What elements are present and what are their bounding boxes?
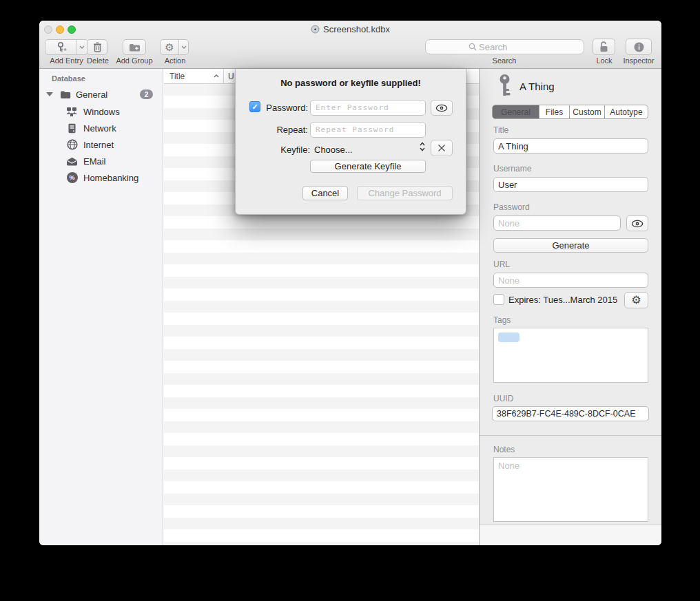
enter-password-input[interactable] — [310, 100, 426, 116]
chevron-down-icon — [181, 45, 187, 49]
add-entry-button[interactable] — [45, 39, 88, 55]
group-sidebar: Database General 2 — [39, 69, 163, 545]
percent-icon: % — [66, 172, 78, 184]
search-field[interactable] — [425, 39, 584, 54]
tag-pill[interactable] — [498, 333, 519, 342]
sidebar-item-windows[interactable]: Windows — [39, 103, 163, 120]
password-label: Password — [493, 202, 530, 212]
eye-icon — [435, 104, 448, 112]
expires-settings-button[interactable]: ⚙ — [624, 292, 648, 308]
inspector-button[interactable] — [626, 39, 652, 55]
cancel-button[interactable]: Cancel — [302, 186, 348, 200]
server-icon — [66, 123, 78, 134]
titlebar-toolbar: Screenshot.kdbx — [39, 21, 661, 69]
url-label: URL — [493, 260, 510, 269]
sidebar-item-email[interactable]: EMail — [39, 153, 163, 169]
column-header-title[interactable]: Title — [164, 69, 224, 83]
sidebar-header: Database — [52, 74, 85, 83]
lock-label: Lock — [590, 56, 618, 65]
inspector-footer — [480, 525, 661, 545]
generate-keyfile-button[interactable]: Generate Keyfile — [310, 160, 426, 173]
sidebar-item-internet[interactable]: Internet — [39, 136, 163, 153]
tab-general[interactable]: General — [493, 105, 539, 118]
globe-icon — [66, 139, 78, 151]
folder-icon — [59, 89, 71, 101]
expires-checkbox[interactable] — [493, 294, 504, 305]
change-password-dialog: No password or keyfile supplied! ✓ Passw… — [235, 69, 466, 215]
change-password-button[interactable]: Change Password — [357, 186, 453, 200]
sort-ascending-icon — [214, 74, 219, 78]
keyfile-label: Keyfile: — [263, 145, 310, 155]
password-label: Password: — [261, 103, 308, 113]
folder-plus-icon — [129, 43, 141, 52]
keyfile-popup[interactable]: Choose... — [314, 145, 353, 155]
entry-count-badge: 2 — [140, 89, 153, 99]
title-label: Title — [493, 125, 508, 135]
screen: Screenshot.kdbx — [0, 0, 700, 601]
unlock-icon — [599, 41, 608, 52]
eye-icon — [631, 220, 644, 228]
windows-network-icon — [66, 106, 78, 118]
generate-password-button[interactable]: Generate — [493, 238, 648, 253]
inspector-label: Inspector — [618, 56, 659, 65]
uuid-field — [492, 406, 649, 421]
chevron-down-icon — [79, 45, 85, 49]
tab-autotype[interactable]: Autotype — [605, 105, 648, 118]
sidebar-item-general[interactable]: General 2 — [39, 86, 163, 103]
close-x-icon — [438, 144, 446, 152]
password-input[interactable] — [493, 215, 621, 231]
sidebar-item-label: EMail — [83, 156, 106, 167]
trash-icon — [93, 42, 102, 52]
tags-box[interactable] — [493, 328, 648, 383]
uuid-label: UUID — [493, 394, 513, 403]
inspector-tabs: General Files Custom Autotype — [492, 105, 648, 119]
app-window: Screenshot.kdbx — [39, 21, 661, 545]
sidebar-item-label: General — [76, 89, 107, 100]
gear-icon: ⚙ — [631, 295, 641, 306]
url-input[interactable] — [493, 273, 648, 288]
search-label: Search — [480, 56, 528, 65]
envelope-icon — [66, 156, 78, 167]
notes-label: Notes — [493, 445, 515, 454]
username-input[interactable] — [493, 177, 648, 192]
repeat-password-input[interactable] — [310, 122, 426, 138]
document-icon — [311, 25, 320, 34]
password-checkbox[interactable]: ✓ — [249, 101, 260, 112]
sidebar-item-homebanking[interactable]: % Homebanking — [39, 169, 163, 186]
sidebar-item-label: Network — [83, 123, 116, 134]
add-entry-dropdown[interactable] — [76, 40, 88, 54]
sidebar-item-label: Internet — [83, 140, 114, 150]
add-group-label: Add Group — [110, 56, 158, 65]
dialog-message: No password or keyfile supplied! — [236, 78, 466, 88]
add-group-button[interactable] — [123, 39, 146, 55]
gear-icon: ⚙ — [165, 42, 174, 52]
info-icon — [634, 42, 644, 52]
lock-button[interactable] — [593, 39, 615, 55]
expires-label: Expires: Tues...March 2015 — [508, 295, 617, 305]
action-label: Action — [161, 56, 189, 65]
stepper-icon[interactable] — [419, 140, 426, 153]
divider — [480, 435, 661, 436]
username-label: Username — [493, 164, 531, 173]
repeat-label: Repeat: — [261, 125, 308, 135]
disclosure-triangle-icon[interactable] — [46, 92, 53, 96]
sidebar-item-label: Homebanking — [83, 173, 138, 183]
tab-files[interactable]: Files — [539, 105, 570, 118]
action-button[interactable]: ⚙ — [160, 39, 189, 55]
search-icon — [469, 43, 477, 51]
entry-title: A Thing — [519, 81, 555, 92]
key-icon — [497, 74, 512, 98]
delete-label: Delete — [85, 56, 110, 65]
sidebar-item-network[interactable]: Network — [39, 120, 163, 136]
tab-custom[interactable]: Custom — [570, 105, 605, 118]
delete-button[interactable] — [87, 39, 107, 55]
inspector-panel: A Thing General Files Custom Autotype Ti… — [479, 69, 661, 545]
sidebar-item-label: Windows — [83, 107, 120, 117]
search-input[interactable] — [479, 42, 541, 52]
key-plus-icon[interactable] — [45, 40, 76, 54]
title-input[interactable] — [493, 138, 648, 154]
clear-keyfile-button[interactable] — [431, 140, 453, 156]
reveal-password-button[interactable] — [626, 215, 648, 231]
notes-textarea[interactable] — [493, 457, 648, 522]
reveal-password-button[interactable] — [431, 100, 453, 116]
